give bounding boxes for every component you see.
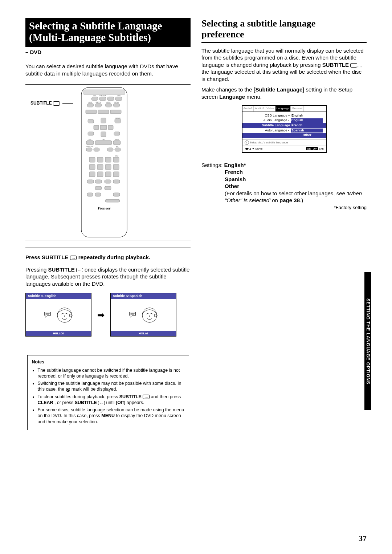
speech-bubble-icon <box>43 310 53 320</box>
svg-rect-2 <box>91 97 98 101</box>
svg-rect-50 <box>105 199 120 202</box>
osd-left-footer: HELLO! <box>26 331 91 336</box>
svg-rect-17 <box>100 125 107 130</box>
svg-text:CONDITION: CONDITION <box>99 95 106 97</box>
subtitle-callout: SUBTITLE .... <box>30 101 73 106</box>
right-paragraph-2: Make changes to the [Subtitle Language] … <box>201 86 367 100</box>
svg-rect-12 <box>110 110 121 114</box>
notes-box: Notes The subtitle language cannot be sw… <box>27 355 189 430</box>
menu-row-selected: Subtitle Language French <box>242 123 326 128</box>
remote-diagram: SUBTITLE .... <box>25 84 191 240</box>
setting-option: French <box>225 168 367 176</box>
svg-rect-9 <box>113 103 120 107</box>
page-number: 37 <box>359 533 367 544</box>
osd-right-header: Subtitle :2 Spanish <box>111 293 176 299</box>
svg-text:RETURN: RETURN <box>116 118 121 119</box>
note-item: The subtitle language cannot be switched… <box>38 367 184 379</box>
svg-rect-14 <box>101 118 106 123</box>
svg-text:DISPLAY: DISPLAY <box>114 102 119 103</box>
svg-rect-23 <box>95 140 112 145</box>
svg-text:PAUSE: PAUSE <box>115 139 119 140</box>
svg-rect-28 <box>115 148 121 151</box>
note-item: Switching the subtitle language may not … <box>38 380 184 392</box>
svg-rect-8 <box>105 103 112 107</box>
svg-rect-35 <box>105 164 111 170</box>
face-icon <box>56 306 74 324</box>
settings-list: Settings: English* French Spanish Other <box>201 162 367 190</box>
svg-text:ANGLE: ANGLE <box>107 102 111 103</box>
menu-tab-active: Language <box>275 106 291 111</box>
svg-rect-34 <box>97 164 103 170</box>
svg-rect-42 <box>95 180 102 183</box>
prohibit-icon <box>66 387 70 392</box>
menu-tabs: Audio1 Audio2 Video Language General <box>242 106 326 111</box>
svg-rect-43 <box>105 180 111 183</box>
menu-tab: Audio2 <box>254 106 265 111</box>
svg-rect-20 <box>101 132 106 137</box>
svg-rect-46 <box>105 186 111 190</box>
svg-rect-44 <box>113 180 120 183</box>
svg-rect-29 <box>89 157 95 162</box>
menu-row: OSD Language – English <box>242 113 326 118</box>
svg-text:SUBTITLE: SUBTITLE <box>96 102 101 103</box>
note-item: For some discs, subtitle language select… <box>38 407 184 425</box>
svg-text:STEP/SLOW: STEP/SLOW <box>86 146 93 147</box>
menu-hint: i Setup disc's subtitle language <box>242 139 326 146</box>
svg-rect-39 <box>105 172 111 177</box>
svg-text:AUDIO: AUDIO <box>89 102 93 103</box>
step-body: Pressing SUBTITLE .... once displays the… <box>25 266 191 288</box>
svg-rect-16 <box>94 125 99 130</box>
notes-title: Notes <box>32 359 184 365</box>
button-glyph-icon: .... <box>76 268 83 272</box>
osd-left: Subtitle :1 English <box>25 293 91 337</box>
remote-control-icon: Pioneer LASTCONDITIONOPEN AUDIOSUBTITLEA… <box>77 86 131 239</box>
sidebar-tab: SETTING THE LANGUAGE OPTIONS <box>364 272 371 410</box>
svg-rect-36 <box>113 164 119 170</box>
svg-rect-25 <box>86 148 92 151</box>
right-heading: Selecting a subtitle languagepreference <box>201 18 367 40</box>
right-paragraph-1: The subtitle language that you will norm… <box>201 47 367 83</box>
svg-rect-38 <box>97 172 103 177</box>
section-title: Selecting a Subtitle Language (Multi-Lan… <box>25 18 191 47</box>
svg-point-68 <box>57 308 72 322</box>
svg-rect-49 <box>113 193 120 196</box>
menu-popup-option: Other <box>242 133 326 138</box>
factory-note: *Factory setting <box>201 205 367 211</box>
svg-rect-47 <box>87 193 93 196</box>
svg-rect-37 <box>89 172 95 177</box>
svg-rect-27 <box>107 148 113 151</box>
svg-rect-4 <box>107 97 114 101</box>
svg-rect-3 <box>99 97 106 101</box>
svg-rect-40 <box>113 172 119 177</box>
svg-rect-1 <box>83 90 125 95</box>
speech-bubble-icon <box>128 310 138 320</box>
setting-option: Spanish <box>225 176 367 183</box>
setting-option: English* <box>224 162 246 168</box>
svg-rect-6 <box>87 103 94 107</box>
menu-row: Audio Language - English <box>242 118 326 123</box>
menu-row: Auto Language - Spanish <box>242 128 326 133</box>
svg-rect-45 <box>95 186 102 190</box>
osd-left-header: Subtitle :1 English <box>26 293 91 299</box>
svg-rect-18 <box>108 125 113 130</box>
menu-footer: ◀▶▲▼ Move SETUP Exit <box>242 146 326 152</box>
svg-rect-22 <box>86 140 94 145</box>
svg-rect-15 <box>115 119 121 123</box>
svg-text:FWD: FWD <box>117 146 119 147</box>
svg-rect-41 <box>87 180 94 183</box>
osd-example-pair: Subtitle :1 English <box>25 293 191 344</box>
osd-right-footer: HOLA! <box>111 331 176 336</box>
svg-rect-19 <box>88 132 94 135</box>
svg-rect-7 <box>95 103 102 107</box>
button-glyph-icon: .... <box>350 63 357 68</box>
button-glyph-icon: .... <box>143 395 150 399</box>
note-item: To clear subtitles during playback, pres… <box>38 394 184 406</box>
button-glyph-icon: .... <box>53 101 60 106</box>
svg-point-73 <box>142 308 157 322</box>
button-glyph-icon: .... <box>98 401 105 405</box>
dvd-tag: – DVD <box>25 49 191 56</box>
step-instruction: Press SUBTITLE .... repeatedly during pl… <box>25 254 191 261</box>
svg-rect-32 <box>113 157 119 162</box>
svg-rect-11 <box>98 110 109 114</box>
svg-rect-48 <box>95 193 101 196</box>
